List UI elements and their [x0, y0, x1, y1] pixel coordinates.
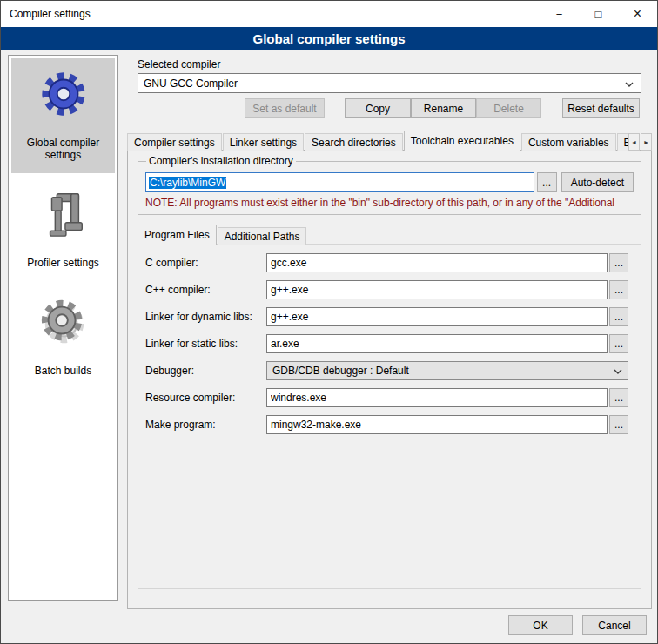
- selected-compiler-value: GNU GCC Compiler: [144, 77, 238, 90]
- field-label: Debugger:: [145, 365, 266, 377]
- linker-dynamic-input[interactable]: [266, 307, 608, 326]
- dialog-footer: OK Cancel: [508, 615, 647, 635]
- sidebar-item-global-compiler-settings[interactable]: Global compiler settings: [11, 58, 115, 173]
- field-label: C compiler:: [145, 257, 266, 269]
- subtab-program-files[interactable]: Program Files: [138, 225, 217, 245]
- tab-scroll-left-button[interactable]: ◄: [628, 133, 640, 151]
- c-compiler-input[interactable]: [266, 253, 608, 272]
- browse-button[interactable]: ...: [609, 307, 628, 326]
- sidebar-item-label: Batch builds: [35, 365, 91, 377]
- program-files-panel: C compiler: ... C++ compiler: ... Linker…: [138, 244, 641, 589]
- tab-linker-settings[interactable]: Linker settings: [223, 133, 304, 151]
- field-row-linker-static: Linker for static libs: ...: [145, 334, 628, 353]
- field-label: C++ compiler:: [145, 284, 266, 296]
- field-label: Linker for static libs:: [145, 338, 266, 350]
- browse-button[interactable]: ...: [609, 280, 628, 299]
- field-row-cpp-compiler: C++ compiler: ...: [145, 280, 628, 299]
- cancel-button[interactable]: Cancel: [582, 615, 647, 635]
- debugger-value: GDB/CDB debugger : Default: [272, 365, 409, 377]
- field-row-c-compiler: C compiler: ...: [145, 253, 628, 272]
- chevron-down-icon: [614, 365, 622, 377]
- chevron-down-icon: [625, 77, 634, 90]
- tab-compiler-settings[interactable]: Compiler settings: [127, 133, 222, 151]
- installation-directory-groupbox: Compiler's installation directory C:\ray…: [138, 161, 641, 215]
- ok-button[interactable]: OK: [508, 615, 573, 635]
- window-title: Compiler settings: [1, 8, 540, 20]
- toolchain-executables-panel: Compiler's installation directory C:\ray…: [127, 150, 652, 609]
- minimize-button[interactable]: −: [540, 1, 579, 27]
- gear-blue-icon: [37, 67, 91, 121]
- compiler-buttons-row: Set as default Copy Rename Delete Reset …: [138, 98, 641, 118]
- sidebar: Global compiler settings: [8, 55, 118, 601]
- profiler-clamp-icon: [39, 187, 88, 241]
- dialog-body: Global compiler settings: [1, 55, 657, 643]
- delete-button[interactable]: Delete: [476, 98, 541, 118]
- make-program-input[interactable]: [266, 415, 608, 434]
- sidebar-item-profiler-settings[interactable]: Profiler settings: [11, 178, 115, 281]
- debugger-select[interactable]: GDB/CDB debugger : Default: [266, 361, 628, 380]
- tab-scroll-right-button[interactable]: ►: [641, 133, 652, 151]
- auto-detect-button[interactable]: Auto-detect: [561, 172, 634, 192]
- page-title: Global compiler settings: [1, 27, 657, 50]
- resource-compiler-input[interactable]: [266, 388, 608, 407]
- installation-directory-title: Compiler's installation directory: [146, 155, 296, 167]
- close-button[interactable]: ×: [618, 1, 657, 27]
- gear-gray-icon: [37, 295, 91, 349]
- program-files-tabbar: Program Files Additional Paths: [138, 225, 641, 245]
- main-panel: Selected compiler GNU GCC Compiler Set a…: [127, 55, 652, 609]
- installation-directory-browse-button[interactable]: ...: [537, 172, 557, 192]
- sidebar-item-label: Profiler settings: [27, 257, 99, 269]
- tab-custom-variables[interactable]: Custom variables: [521, 133, 616, 151]
- browse-button[interactable]: ...: [609, 388, 628, 407]
- linker-static-input[interactable]: [266, 334, 608, 353]
- installation-directory-row: C:\raylib\MinGW ... Auto-detect: [145, 172, 634, 192]
- titlebar: Compiler settings − □ ×: [1, 1, 657, 27]
- browse-button[interactable]: ...: [609, 334, 628, 353]
- field-row-make-program: Make program: ...: [145, 415, 628, 434]
- field-label: Make program:: [145, 419, 266, 431]
- tab-toolchain-executables[interactable]: Toolchain executables: [404, 131, 520, 151]
- settings-tabbar: Compiler settings Linker settings Search…: [127, 131, 652, 151]
- tab-scroll-arrows: ◄ ►: [628, 133, 652, 151]
- selected-compiler-combobox[interactable]: GNU GCC Compiler: [138, 73, 641, 93]
- copy-button[interactable]: Copy: [345, 98, 411, 118]
- tab-search-directories[interactable]: Search directories: [305, 133, 403, 151]
- field-label: Resource compiler:: [145, 392, 266, 404]
- sidebar-item-label: Global compiler settings: [13, 137, 113, 161]
- cpp-compiler-input[interactable]: [266, 280, 608, 299]
- compiler-settings-window: Compiler settings − □ × Global compiler …: [0, 0, 658, 644]
- rename-button[interactable]: Rename: [411, 98, 476, 118]
- installation-directory-value: C:\raylib\MinGW: [149, 177, 226, 189]
- subtab-additional-paths[interactable]: Additional Paths: [218, 227, 307, 245]
- sidebar-item-batch-builds[interactable]: Batch builds: [11, 286, 115, 389]
- field-row-linker-dynamic: Linker for dynamic libs: ...: [145, 307, 628, 326]
- browse-button[interactable]: ...: [609, 415, 628, 434]
- set-as-default-button[interactable]: Set as default: [245, 98, 325, 118]
- field-row-debugger: Debugger: GDB/CDB debugger : Default: [145, 361, 628, 380]
- selected-compiler-label: Selected compiler: [138, 58, 641, 70]
- reset-defaults-button[interactable]: Reset defaults: [562, 98, 640, 118]
- browse-button[interactable]: ...: [609, 253, 628, 272]
- maximize-button[interactable]: □: [579, 1, 618, 27]
- installation-directory-input[interactable]: C:\raylib\MinGW: [145, 172, 534, 192]
- field-row-resource-compiler: Resource compiler: ...: [145, 388, 628, 407]
- field-label: Linker for dynamic libs:: [145, 311, 266, 323]
- note-text: NOTE: All programs must exist either in …: [145, 197, 634, 209]
